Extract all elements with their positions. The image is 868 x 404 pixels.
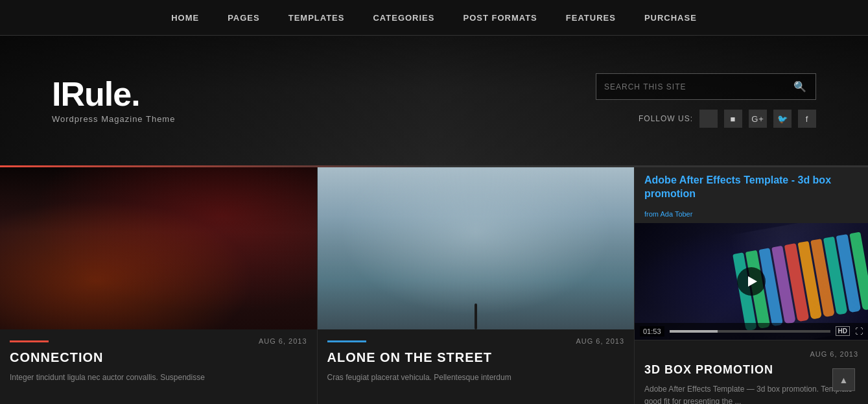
street-img-bg xyxy=(318,167,635,329)
facebook-icon[interactable]: f xyxy=(798,110,816,128)
main-nav: HOME PAGES TEMPLATES CATEGORIES POST FOR… xyxy=(0,0,868,36)
article-connection: AUG 6, 2013 CONNECTION Integer tincidunt… xyxy=(0,167,318,404)
header-right: 🔍 FOLLOW US: ■ G+ 🐦 f xyxy=(596,73,816,128)
article-connection-meta: AUG 6, 2013 xyxy=(0,329,317,350)
gplus-icon[interactable]: G+ xyxy=(749,110,767,128)
article-street-date: AUG 6, 2013 xyxy=(576,337,624,345)
article-connection-image xyxy=(0,167,317,329)
article-street: AUG 6, 2013 ALONE ON THE STREET Cras feu… xyxy=(318,167,635,404)
video-title[interactable]: Adobe After Effects Template - 3d box pr… xyxy=(644,174,858,201)
hd-badge: HD xyxy=(836,326,850,336)
flickr-icon[interactable]: ■ xyxy=(724,110,742,128)
video-block: Adobe After Effects Template - 3d box pr… xyxy=(635,167,868,340)
video-progress-bar[interactable] xyxy=(670,330,830,333)
article-3d-title[interactable]: 3D BOX PROMOTION xyxy=(644,363,858,377)
video-title-bar: Adobe After Effects Template - 3d box pr… xyxy=(635,167,868,208)
nav-home[interactable]: HOME xyxy=(157,0,213,36)
article-3d-date: AUG 6, 2013 xyxy=(644,350,858,358)
article-street-image xyxy=(318,167,635,329)
article-connection-excerpt: Integer tincidunt ligula nec auctor conv… xyxy=(0,372,317,384)
video-time: 01:53 xyxy=(640,326,664,337)
article-connection-title[interactable]: CONNECTION xyxy=(0,350,317,372)
fullscreen-icon[interactable]: ⛶ xyxy=(855,327,863,336)
article-street-meta: AUG 6, 2013 xyxy=(318,329,635,350)
twitter-icon[interactable]: 🐦 xyxy=(773,110,792,128)
search-input[interactable] xyxy=(596,76,784,98)
scroll-to-top[interactable]: ▲ xyxy=(832,368,855,391)
apple-icon[interactable] xyxy=(699,110,718,128)
video-from-label: from xyxy=(644,210,659,218)
site-tagline: Wordpress Magazine Theme xyxy=(52,114,175,124)
nav-purchase[interactable]: PURCHASE xyxy=(630,0,711,36)
search-bar[interactable]: 🔍 xyxy=(596,73,816,100)
article-connection-date: AUG 6, 2013 xyxy=(259,337,307,345)
site-header: IRule. Wordpress Magazine Theme 🔍 FOLLOW… xyxy=(0,36,868,165)
video-progress-fill xyxy=(670,330,718,333)
video-author[interactable]: Ada Tober xyxy=(660,210,692,218)
nav-categories[interactable]: CATEGORIES xyxy=(358,0,449,36)
connection-img-bg xyxy=(0,167,317,329)
video-from: from Ada Tober xyxy=(635,208,868,223)
main-content: AUG 6, 2013 CONNECTION Integer tincidunt… xyxy=(0,167,868,404)
social-row: FOLLOW US: ■ G+ 🐦 f xyxy=(639,110,816,128)
article-3d-excerpt: Adobe After Effects Template — 3d box pr… xyxy=(644,383,858,404)
search-button[interactable]: 🔍 xyxy=(784,74,815,99)
video-player[interactable]: 01:53 HD ⛶ xyxy=(635,223,868,340)
article-connection-line xyxy=(10,340,49,342)
follow-label: FOLLOW US: xyxy=(639,114,693,123)
article-street-excerpt: Cras feugiat placerat vehicula. Pellente… xyxy=(318,372,635,384)
nav-pages[interactable]: PAGES xyxy=(213,0,274,36)
article-street-line xyxy=(327,340,366,342)
nav-templates[interactable]: TEMPLATES xyxy=(274,0,359,36)
site-branding: IRule. Wordpress Magazine Theme xyxy=(52,77,175,124)
video-controls: 01:53 HD ⛶ xyxy=(635,323,868,340)
article-street-title[interactable]: ALONE ON THE STREET xyxy=(318,350,635,372)
nav-features[interactable]: FEATURES xyxy=(552,0,630,36)
play-button[interactable] xyxy=(737,267,766,296)
nav-post-formats[interactable]: POST FORMATS xyxy=(449,0,551,36)
site-title: IRule. xyxy=(52,77,175,111)
